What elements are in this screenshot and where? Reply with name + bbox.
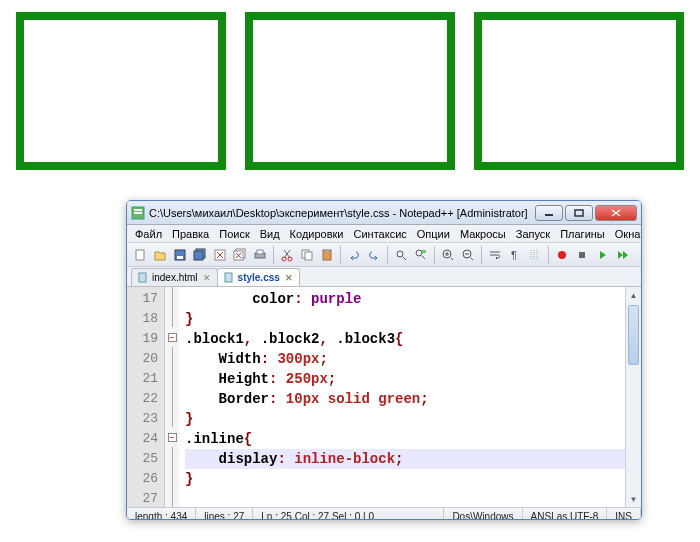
- menu-plugins[interactable]: Плагины: [556, 227, 609, 241]
- menu-edit[interactable]: Правка: [168, 227, 213, 241]
- menu-windows[interactable]: Окна: [611, 227, 642, 241]
- minimize-button[interactable]: [535, 205, 563, 221]
- svg-rect-1: [134, 209, 142, 211]
- print-icon[interactable]: [251, 246, 269, 264]
- svg-rect-23: [422, 250, 426, 253]
- svg-text:¶: ¶: [511, 249, 517, 261]
- vertical-scrollbar[interactable]: ▲ ▼: [625, 287, 641, 507]
- svg-rect-5: [136, 250, 144, 260]
- menu-encoding[interactable]: Кодировки: [286, 227, 348, 241]
- tab-label: style.css: [238, 272, 280, 283]
- new-file-icon[interactable]: [131, 246, 149, 264]
- close-button[interactable]: [595, 205, 637, 221]
- svg-rect-7: [177, 256, 183, 259]
- tab-style-css[interactable]: style.css ✕: [217, 268, 300, 286]
- replace-icon[interactable]: [412, 246, 430, 264]
- editor[interactable]: 1718192021222324252627 −− color: purple}…: [127, 287, 641, 507]
- menu-file[interactable]: Файл: [131, 227, 166, 241]
- close-all-icon[interactable]: [231, 246, 249, 264]
- titlebar[interactable]: C:\Users\михаил\Desktop\эксперимент\styl…: [127, 201, 641, 225]
- file-icon: [224, 272, 235, 283]
- menu-search[interactable]: Поиск: [215, 227, 253, 241]
- menu-macros[interactable]: Макросы: [456, 227, 510, 241]
- svg-rect-18: [305, 252, 312, 260]
- svg-rect-29: [139, 273, 146, 282]
- tab-index-html[interactable]: index.html ✕: [131, 268, 218, 286]
- menu-view[interactable]: Вид: [256, 227, 284, 241]
- notepadpp-window: C:\Users\михаил\Desktop\эксперимент\styl…: [126, 200, 642, 520]
- svg-point-21: [397, 251, 403, 257]
- app-icon: [131, 206, 145, 220]
- find-icon[interactable]: [392, 246, 410, 264]
- maximize-button[interactable]: [565, 205, 593, 221]
- menu-syntax[interactable]: Синтаксис: [350, 227, 411, 241]
- tab-close-icon[interactable]: ✕: [285, 273, 293, 283]
- demo-block-3: [474, 12, 684, 170]
- svg-point-27: [558, 251, 566, 259]
- indent-guide-icon[interactable]: [526, 246, 544, 264]
- demo-block-1: [16, 12, 226, 170]
- play-multi-icon[interactable]: [613, 246, 631, 264]
- scroll-down-icon[interactable]: ▼: [626, 491, 641, 507]
- line-number-gutter: 1718192021222324252627: [127, 287, 165, 507]
- open-file-icon[interactable]: [151, 246, 169, 264]
- close-file-icon[interactable]: [211, 246, 229, 264]
- stop-macro-icon[interactable]: [573, 246, 591, 264]
- status-lines: lines : 27: [196, 508, 253, 520]
- paste-icon[interactable]: [318, 246, 336, 264]
- svg-rect-28: [579, 252, 585, 258]
- tabbar: index.html ✕ style.css ✕: [127, 267, 641, 287]
- window-title: C:\Users\михаил\Desktop\эксперимент\styl…: [149, 207, 535, 219]
- code-area[interactable]: color: purple}.block1, .block2, .block3{…: [179, 287, 641, 507]
- copy-icon[interactable]: [298, 246, 316, 264]
- status-encoding: ANSI as UTF-8: [523, 508, 608, 520]
- demo-blocks-row: [0, 0, 700, 170]
- toolbar: ¶: [127, 243, 641, 267]
- tab-close-icon[interactable]: ✕: [203, 273, 211, 283]
- status-eol: Dos\Windows: [444, 508, 522, 520]
- svg-rect-14: [257, 250, 263, 254]
- svg-rect-2: [134, 212, 142, 214]
- redo-icon[interactable]: [365, 246, 383, 264]
- undo-icon[interactable]: [345, 246, 363, 264]
- status-position: Ln : 25 Col : 27 Sel : 0 | 0: [253, 508, 444, 520]
- svg-rect-20: [325, 249, 329, 252]
- svg-point-22: [416, 250, 422, 256]
- show-all-chars-icon[interactable]: ¶: [506, 246, 524, 264]
- fold-column[interactable]: −−: [165, 287, 179, 507]
- svg-rect-9: [194, 251, 203, 260]
- zoom-out-icon[interactable]: [459, 246, 477, 264]
- save-icon[interactable]: [171, 246, 189, 264]
- demo-block-2: [245, 12, 455, 170]
- record-macro-icon[interactable]: [553, 246, 571, 264]
- cut-icon[interactable]: [278, 246, 296, 264]
- menubar: Файл Правка Поиск Вид Кодировки Синтакси…: [127, 225, 641, 243]
- svg-rect-4: [575, 210, 583, 216]
- scroll-thumb[interactable]: [628, 305, 639, 365]
- menu-options[interactable]: Опции: [413, 227, 454, 241]
- save-all-icon[interactable]: [191, 246, 209, 264]
- file-icon: [138, 272, 149, 283]
- svg-rect-3: [545, 214, 553, 216]
- play-macro-icon[interactable]: [593, 246, 611, 264]
- svg-rect-30: [225, 273, 232, 282]
- scroll-up-icon[interactable]: ▲: [626, 287, 641, 303]
- wordwrap-icon[interactable]: [486, 246, 504, 264]
- status-mode: INS: [607, 508, 641, 520]
- menu-run[interactable]: Запуск: [512, 227, 554, 241]
- status-length: length : 434: [127, 508, 196, 520]
- zoom-in-icon[interactable]: [439, 246, 457, 264]
- tab-label: index.html: [152, 272, 198, 283]
